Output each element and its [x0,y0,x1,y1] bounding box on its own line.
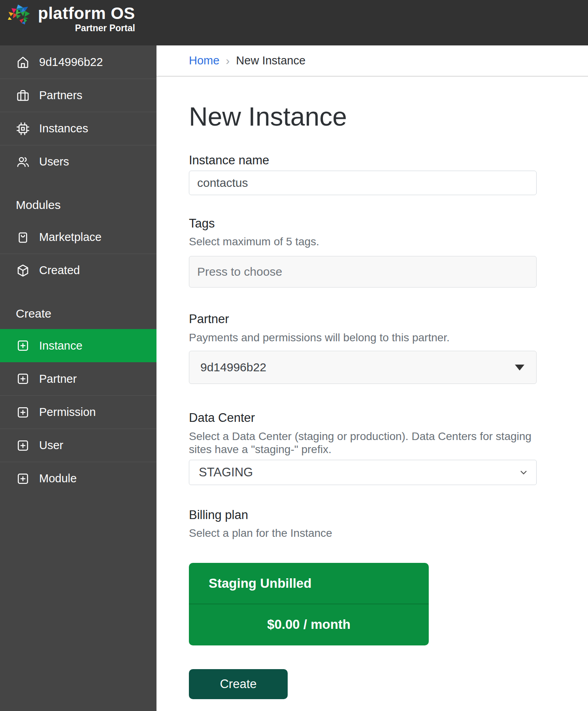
tags-help: Select maximum of 5 tags. [189,235,548,248]
sidebar-item-partner-home[interactable]: 9d14996b22 [0,45,156,79]
instance-name-label: Instance name [189,154,556,167]
data-center-select-value: STAGING [199,465,253,480]
billing-plan-label: Billing plan [189,509,556,521]
partner-select[interactable]: 9d14996b22 [189,351,537,384]
create-button[interactable]: Create [189,669,288,699]
sidebar-item-label: Created [39,264,80,277]
sidebar-item-label: Partners [39,89,83,102]
billing-plan-card[interactable]: Staging Unbilled $0.00 / month [189,563,429,645]
sidebar-item-create-permission[interactable]: Permission [0,395,156,429]
sidebar-item-create-user[interactable]: User [0,429,156,462]
breadcrumb-separator: › [226,54,230,68]
caret-down-icon [515,365,524,371]
partner-label: Partner [189,313,556,325]
form-area: New Instance Instance name Tags Select m… [156,101,588,699]
page-title: New Instance [189,101,556,132]
plus-square-icon [16,372,30,386]
logo-title: platform OS [38,5,135,22]
partner-select-value: 9d14996b22 [200,361,266,374]
breadcrumb: Home › New Instance [156,45,588,77]
app-header: platform OS Partner Portal [0,0,588,45]
partner-help: Payments and permissions will belong to … [189,331,548,344]
sidebar-item-marketplace[interactable]: Marketplace [0,220,156,254]
sidebar-item-partners[interactable]: Partners [0,79,156,112]
tags-label: Tags [189,217,556,230]
sidebar-item-users[interactable]: Users [0,145,156,178]
sidebar-item-created[interactable]: Created [0,254,156,287]
sidebar-section-create: Create [0,307,156,320]
cube-icon [16,263,30,278]
sidebar-item-label: Instances [39,122,88,135]
sidebar-item-label: Partner [39,372,77,386]
home-icon [16,55,30,69]
sidebar-item-label: Marketplace [39,231,102,244]
sidebar-item-create-partner[interactable]: Partner [0,362,156,395]
sidebar-item-label: 9d14996b22 [39,56,103,69]
sidebar-section-modules: Modules [0,198,156,212]
plus-square-icon [16,339,30,353]
logo-text: platform OS Partner Portal [38,3,135,34]
sidebar-item-label: Permission [39,406,96,419]
sidebar-item-label: User [39,439,63,452]
briefcase-icon [16,88,30,103]
billing-plan-price: $0.00 / month [189,604,429,645]
chevron-down-icon [518,467,529,478]
users-icon [16,155,30,169]
shopping-bag-icon [16,230,30,244]
data-center-select[interactable]: STAGING [189,460,537,485]
sidebar-item-create-instance[interactable]: Instance [0,329,156,362]
sidebar: 9d14996b22 Partners Instances [0,45,156,711]
billing-plan-name: Staging Unbilled [189,563,429,604]
sidebar-item-label: Users [39,155,69,168]
sidebar-item-create-module[interactable]: Module [0,462,156,495]
breadcrumb-current: New Instance [236,54,305,67]
app-window: platform OS Partner Portal 9d14996b22 Pa… [0,0,588,711]
logo-subtitle: Partner Portal [38,23,135,34]
logo: platform OS Partner Portal [7,3,135,34]
sidebar-item-label: Instance [39,339,83,352]
billing-plan-help: Select a plan for the Instance [189,527,548,540]
instance-name-input[interactable] [189,171,537,195]
data-center-label: Data Center [189,412,556,424]
breadcrumb-home-link[interactable]: Home [189,54,219,67]
plus-square-icon [16,472,30,486]
tags-input[interactable] [189,256,537,288]
data-center-help: Select a Data Center (staging or product… [189,430,548,456]
chameleon-logo-icon [7,3,33,28]
sidebar-item-label: Module [39,472,77,485]
chip-icon [16,122,30,136]
main-content: Home › New Instance New Instance Instanc… [156,45,588,711]
sidebar-item-instances[interactable]: Instances [0,112,156,145]
plus-square-icon [16,405,30,419]
plus-square-icon [16,438,30,453]
